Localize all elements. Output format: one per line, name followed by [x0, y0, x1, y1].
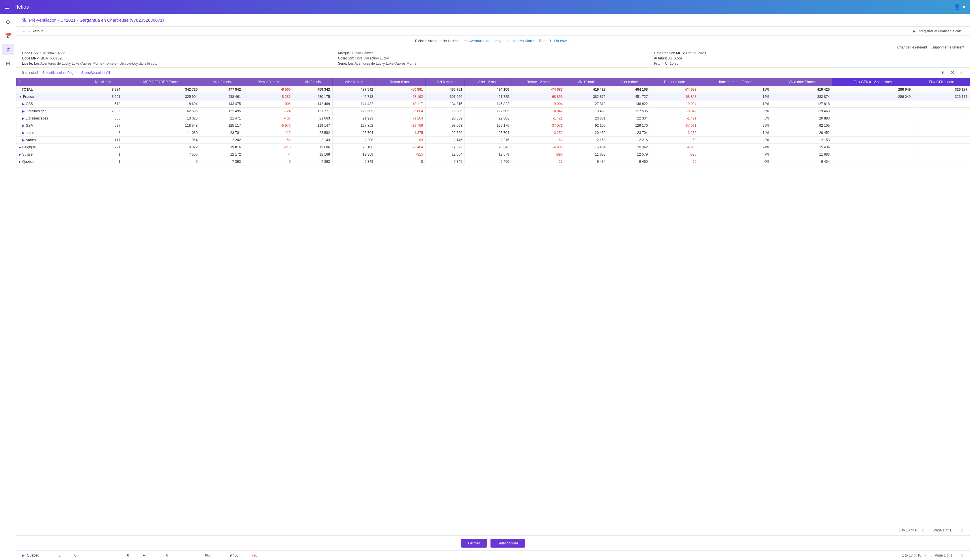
cell-flux_gfk_12 [832, 151, 913, 158]
expand-icon[interactable]: ▶ [22, 102, 25, 106]
cell-taux_retour: 24% [699, 144, 772, 151]
cell-vn_date_franco: 9 434 [772, 158, 832, 165]
fermer-button[interactable]: Fermer [461, 538, 487, 548]
cell-taux_retour: 13% [699, 100, 772, 108]
cell-vn_6: 9 349 [425, 158, 465, 165]
expand-icon[interactable]: ▶ [22, 131, 25, 135]
cell-retour_6: -63 [376, 137, 425, 144]
expand-icon[interactable]: ▶ [19, 160, 21, 163]
account-icon[interactable]: 👤 ▾ [953, 3, 965, 10]
col-aller-3: Aller 3 mois [200, 78, 243, 86]
cell-group: ▶e-cce [17, 129, 83, 137]
bottom-last-page[interactable]: ⟫ [960, 552, 964, 558]
cell-vn_6: 20 659 [425, 115, 465, 122]
select-page-button[interactable]: Select/Unselect Page [41, 70, 77, 75]
cell-nb_clients: 1 [83, 151, 123, 158]
fiche-link[interactable]: Les Aventures de Lucky Luke d'après Morr… [462, 39, 571, 43]
expand-icon[interactable]: ▶ [22, 109, 25, 113]
table-row: ▶Autres 117 1 964 2 202 -59 2 143 2 208 … [17, 137, 970, 144]
save-link[interactable]: ▶ Enregistrer et relancer le calcul [913, 29, 964, 33]
cell-vn_3: 12 168 [293, 151, 332, 158]
expand-icon[interactable]: ▶ [22, 124, 25, 127]
sidebar-item-filter[interactable]: ⚗ [2, 44, 14, 55]
cell-flux_gfk_date [913, 129, 970, 137]
cell-retour_6: -5 604 [376, 108, 425, 115]
expand-icon[interactable]: ▼ [19, 95, 22, 98]
cell-taux_retour: 15% [699, 93, 772, 100]
sigma-toolbar-icon[interactable]: Σ [959, 70, 964, 76]
cell-taux_retour: 14% [699, 129, 772, 137]
cell-retour_6: -315 [376, 151, 425, 158]
next-page-button[interactable]: › [953, 527, 957, 533]
meta-auteurs: Auteurs: Jul, Acdé [654, 56, 964, 60]
expand-icon[interactable]: ▶ [19, 153, 21, 156]
cell-vn_6: 436 751 [425, 86, 465, 93]
cell-retour_12: -4 908 [512, 144, 565, 151]
first-page-button[interactable]: ⟪ [921, 527, 925, 533]
expand-icon[interactable]: ▶ [22, 138, 25, 142]
bottom-pagination-info: 1 to 18 of 18 [902, 553, 922, 557]
cell-vn_12: 382 872 [565, 93, 608, 100]
selected-count: 0 selected [22, 71, 38, 75]
sidebar-item-calendar[interactable]: 📅 [2, 30, 14, 42]
bottom-val-8: -26 [252, 553, 257, 557]
cell-retour_3: -8 286 [243, 93, 293, 100]
cell-flux_gfk_12 [832, 115, 913, 122]
cell-vn_3: 19 606 [293, 144, 332, 151]
col-taux-retour: Taux de retour Franco [699, 78, 772, 86]
cell-retour_12: -37 071 [512, 122, 565, 129]
cell-vn_date_franco: 20 452 [772, 129, 832, 137]
cell-nb_clients: 8 [83, 129, 123, 137]
cell-retour_12: -896 [512, 151, 565, 158]
app-title: Helios [15, 4, 953, 10]
cell-retour_date: -8 042 [650, 108, 699, 115]
back-link[interactable]: ← ← Retour [22, 29, 43, 33]
meta-code-ean: Code EAN: 9782884714655 [22, 51, 332, 55]
article-title-row: Fiche historique de l'article: Les Avent… [22, 39, 964, 43]
filter-toolbar-icon[interactable]: ▼ [939, 70, 946, 76]
sidebar-item-grid[interactable]: ⊞ [2, 58, 14, 69]
cell-vn_12: 127 818 [565, 100, 608, 108]
cell-taux_retour: 0% [699, 158, 772, 165]
cell-aller_6: 12 369 [332, 151, 376, 158]
table-row: ▶Quebec 1 0 7 393 0 7 393 9 349 0 9 349 … [17, 158, 970, 165]
cell-group: ▶GSA [17, 122, 83, 129]
change-referent-link[interactable]: Changer le référent [897, 45, 927, 49]
bottom-next-page[interactable]: › [954, 552, 958, 558]
expand-icon[interactable]: ▶ [19, 145, 21, 149]
bottom-page-label: Page 1 of 1 [935, 553, 952, 557]
close-toolbar-icon[interactable]: ✕ [950, 69, 955, 76]
bottom-row: ▶ Quebec 0 0 0 ••• 0 0% 9 460 -26 1 to 1… [16, 550, 970, 560]
menu-icon[interactable]: ☰ [5, 3, 10, 10]
cell-retour_3: -59 [243, 137, 293, 144]
cell-vn_date_franco: 20 883 [772, 115, 832, 122]
cell-retour_12: -1 421 [512, 115, 565, 122]
last-page-button[interactable]: ⟫ [960, 527, 964, 533]
bottom-expand[interactable]: ▶ [22, 553, 25, 557]
cell-vn_3: 469 342 [293, 86, 332, 93]
cell-vn_12: 419 423 [565, 86, 608, 93]
page-header-filter-icon: ⚗ [22, 17, 26, 23]
sidebar-item-target[interactable]: ⊙ [2, 16, 14, 28]
cell-vn_12: 15 434 [565, 144, 608, 151]
cell-mep: 325 904 [123, 93, 200, 100]
select-all-button[interactable]: Select/Unselect All [80, 70, 111, 75]
bottom-prev-page[interactable]: ‹ [929, 552, 933, 558]
cell-flux_gfk_date [913, 151, 970, 158]
cell-aller_6: 21 923 [332, 115, 376, 122]
table-row: ▼France 3 591 325 904 438 461 -8 286 430… [17, 93, 970, 100]
cell-retour_date: -74 683 [650, 86, 699, 93]
delete-referent-link[interactable]: Supprimer le référent [932, 45, 964, 49]
table-row: ▶Librairies gén... 2 086 62 595 122 495 … [17, 108, 970, 115]
prev-page-button[interactable]: ‹ [928, 527, 931, 533]
cell-nb_clients: 335 [83, 115, 123, 122]
selectionner-button[interactable]: Sélectionner [490, 538, 525, 548]
col-aller-date: Aller à date [608, 78, 650, 86]
cell-aller_date: 451 727 [608, 93, 650, 100]
bottom-dots: ••• [143, 553, 147, 557]
expand-icon[interactable]: ▶ [22, 117, 25, 120]
cell-flux_gfk_12 [832, 122, 913, 129]
col-aller-12: Aller 12 mois [465, 78, 512, 86]
bottom-first-page[interactable]: ⟪ [923, 552, 928, 558]
cell-aller_3: 21 471 [200, 115, 243, 122]
